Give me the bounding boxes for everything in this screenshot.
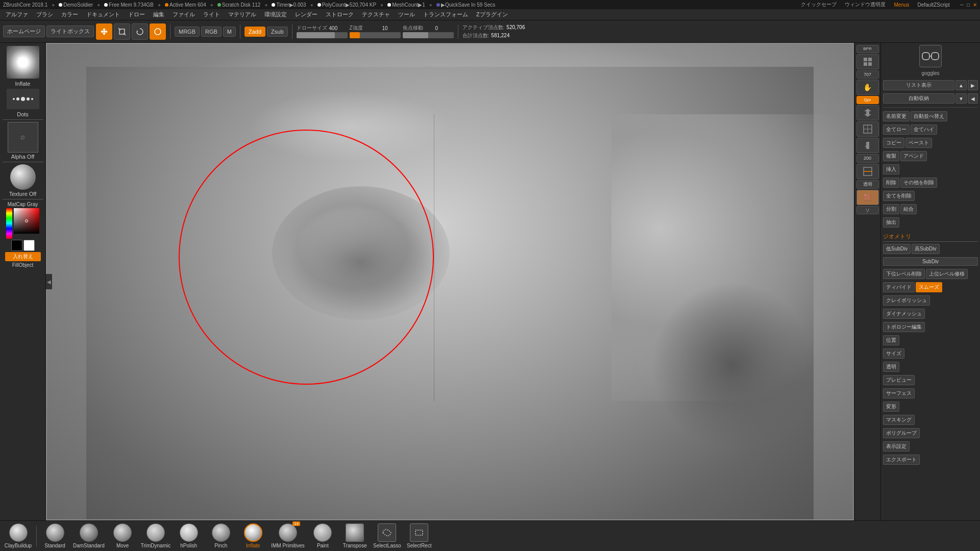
menu-tool[interactable]: ツール: [395, 10, 419, 19]
rename-btn[interactable]: 名前変更: [883, 111, 910, 121]
menu-stroke[interactable]: ストローク: [322, 10, 357, 19]
upper-level-fix-btn[interactable]: 上位レベル修移: [926, 269, 968, 279]
scroll-btn[interactable]: [856, 105, 879, 120]
menu-zplugin[interactable]: Zプラグイン: [473, 10, 511, 19]
arrow-right-btn[interactable]: ▶: [968, 80, 978, 90]
menu-material[interactable]: マテリアル: [225, 10, 260, 19]
so-btn[interactable]: ソ: [856, 206, 879, 215]
rotate-icon-btn[interactable]: [132, 23, 148, 40]
extract-btn[interactable]: 抽出: [883, 217, 899, 228]
arrow-up-btn[interactable]: ▲: [955, 80, 967, 90]
topology-edit-btn[interactable]: トポロジー編集: [883, 322, 925, 332]
split-btn[interactable]: 分割: [883, 204, 899, 214]
transparent-panel-btn[interactable]: 透明: [883, 362, 899, 372]
hue-bar[interactable]: [6, 208, 12, 239]
menu-texture[interactable]: テクスチャ: [358, 10, 394, 19]
size-btn[interactable]: サイズ: [883, 348, 904, 359]
export-btn[interactable]: エクスポート: [883, 455, 920, 465]
quick-save-btn[interactable]: クイックセーブ: [801, 1, 837, 8]
append-btn[interactable]: アペンド: [900, 151, 927, 161]
shelf-brush-selectlasso[interactable]: SelectLasso: [373, 523, 401, 548]
draw-size-slider[interactable]: [297, 32, 348, 38]
menu-document[interactable]: ドキュメント: [83, 10, 124, 19]
move-icon-btn[interactable]: [96, 23, 112, 40]
deformation-btn[interactable]: 変形: [883, 402, 899, 412]
texture-section[interactable]: Texture Off: [3, 162, 43, 197]
preview-btn[interactable]: プレビュー: [883, 375, 915, 385]
subdiv-btn[interactable]: SubDiv: [883, 257, 978, 266]
menu-draw[interactable]: ドロー: [125, 10, 149, 19]
dynamesh-btn[interactable]: ダイナメッシュ: [883, 309, 925, 319]
smooth-hand-btn[interactable]: [856, 138, 879, 153]
dots-brush-preview[interactable]: [7, 89, 39, 109]
fill-swap-btn[interactable]: 入れ替え: [5, 252, 41, 261]
shelf-brush-transpose[interactable]: Transpose: [341, 523, 369, 548]
copy-btn[interactable]: コピー: [883, 138, 904, 148]
left-scroll-arrow[interactable]: ◀: [46, 274, 52, 289]
707-btn[interactable]: 707: [856, 70, 879, 79]
shelf-brush-imm-primitives[interactable]: 14 IMM Primitives: [271, 523, 305, 548]
menu-file[interactable]: ファイル: [169, 10, 199, 19]
clay-polish-btn[interactable]: クレイポリッシュ: [883, 295, 930, 306]
auto-save-btn[interactable]: 自動収納: [883, 93, 954, 104]
shelf-brush-claybuildup[interactable]: ClayBuildup: [4, 523, 32, 548]
shelf-brush-inflate[interactable]: Inflate: [239, 523, 267, 548]
z-intensity-slider[interactable]: [350, 32, 401, 38]
goggles-btn[interactable]: [919, 45, 942, 67]
all-low-btn[interactable]: 全てロー: [883, 124, 910, 135]
focal-shift-slider[interactable]: [403, 32, 454, 38]
masking-btn[interactable]: マスキング: [883, 415, 915, 425]
insert-btn[interactable]: 挿入: [883, 164, 899, 174]
display-settings-btn[interactable]: 表示設定: [883, 441, 910, 452]
bpr-btn[interactable]: BPR: [856, 45, 879, 53]
scale-icon-btn[interactable]: [114, 23, 130, 40]
menu-alpha[interactable]: アルファ: [2, 10, 32, 19]
brush-mode-btn[interactable]: [150, 23, 166, 40]
dynabide-btn[interactable]: ティバイド: [883, 282, 915, 292]
base-btn[interactable]: [856, 54, 879, 69]
color-picker[interactable]: [14, 208, 39, 234]
merge-btn[interactable]: 結合: [900, 204, 917, 214]
delete-all-btn[interactable]: 全てを削除: [883, 191, 915, 201]
menus-btn[interactable]: Menus: [894, 2, 909, 8]
delete-btn[interactable]: 削除: [883, 178, 899, 188]
zsub-btn[interactable]: Zsub: [267, 27, 287, 37]
minimize-btn[interactable]: ─: [960, 2, 964, 8]
shelf-brush-damstandard[interactable]: DamStandard: [73, 523, 105, 548]
paste-btn[interactable]: ペースト: [905, 138, 932, 148]
maximize-btn[interactable]: □: [967, 2, 970, 8]
m-btn[interactable]: M: [223, 27, 236, 37]
shelf-brush-pinch[interactable]: Pinch: [207, 523, 235, 548]
shelf-brush-trimdynamic[interactable]: TrimDynamic: [141, 523, 171, 548]
shelf-brush-standard[interactable]: Standard: [41, 523, 69, 548]
arrow-left-btn[interactable]: ◀: [968, 93, 978, 104]
hand-btn[interactable]: ✋: [856, 80, 879, 95]
transparent-btn[interactable]: 透明: [856, 180, 879, 189]
menu-color[interactable]: カラー: [58, 10, 82, 19]
default-zscript[interactable]: DefaultZScript: [918, 2, 950, 8]
alpha-section[interactable]: ∅ Alpha Off: [3, 119, 43, 160]
delete-others-btn[interactable]: その他を削除: [900, 178, 937, 188]
swatch-white[interactable]: [23, 240, 35, 251]
lower-level-delete-btn[interactable]: 下位レベル削除: [883, 269, 925, 279]
menu-transform[interactable]: トランスフォーム: [420, 10, 472, 19]
list-display-btn[interactable]: リスト表示: [883, 80, 954, 90]
line-fill-btn[interactable]: [856, 164, 879, 179]
duplicate-btn[interactable]: 複製: [883, 151, 899, 161]
close-btn[interactable]: ✕: [973, 2, 977, 8]
lower-subdiv-btn[interactable]: 低SubDiv: [883, 244, 911, 254]
shelf-brush-hpolish[interactable]: hPolish: [175, 523, 203, 548]
shelf-brush-paint[interactable]: Paint: [309, 523, 337, 548]
shelf-brush-move[interactable]: Move: [109, 523, 137, 548]
shelf-brush-selectrect[interactable]: SelectRect: [405, 523, 433, 548]
200-btn[interactable]: 200: [856, 154, 879, 163]
inflate-brush-preview[interactable]: [7, 46, 39, 79]
arrow-down-btn[interactable]: ▼: [955, 93, 967, 104]
rgb-btn[interactable]: RGB: [201, 27, 222, 37]
window-transparency[interactable]: ウィンドウ透明度: [845, 1, 886, 8]
home-btn[interactable]: ホームページ: [3, 26, 45, 37]
smooth-btn[interactable]: スムーズ: [916, 282, 942, 292]
frame-btn[interactable]: [856, 121, 879, 137]
menu-preferences[interactable]: 環境設定: [261, 10, 290, 19]
polygroups-btn[interactable]: ポリグループ: [883, 428, 920, 438]
